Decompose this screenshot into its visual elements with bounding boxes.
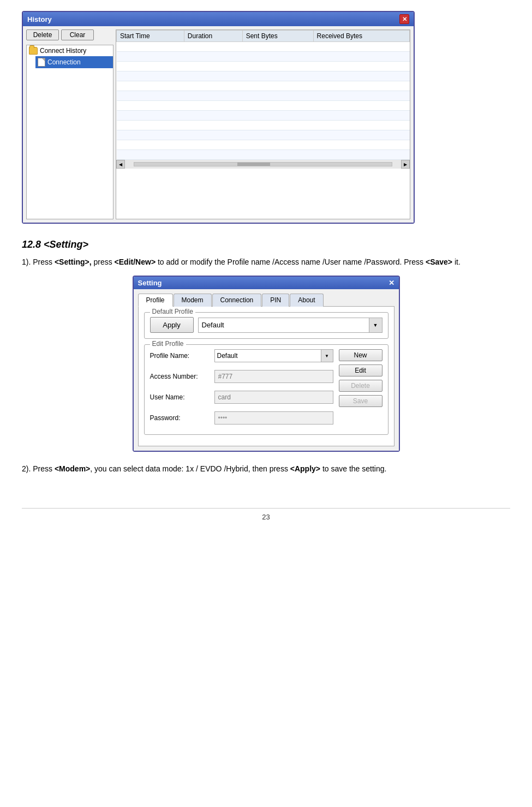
profile-name-dropdown-btn[interactable]: ▼	[321, 349, 333, 362]
history-title: History	[27, 15, 52, 23]
tab-content-profile: Default Profile Apply ▼ Edit Profile	[138, 306, 394, 446]
paragraph-1: 1). Press <Setting>, press <Edit/New> to…	[22, 256, 510, 268]
profile-name-select-wrap: ▼	[214, 349, 333, 362]
save-button[interactable]: Save	[339, 395, 382, 407]
tree-section: Delete Clear Connect History Connection	[26, 29, 113, 219]
password-row: Password:	[150, 411, 333, 425]
default-profile-group: Default Profile Apply ▼	[144, 312, 388, 339]
table-row	[117, 111, 410, 121]
edit-profile-right: New Edit Delete Save	[339, 349, 382, 429]
table-row	[117, 81, 410, 91]
table-row	[117, 42, 410, 52]
profile-delete-button[interactable]: Delete	[339, 380, 382, 392]
apply-button[interactable]: Apply	[150, 317, 194, 333]
table-row	[117, 121, 410, 130]
tree-item-connection[interactable]: Connection	[35, 56, 113, 68]
delete-button[interactable]: Delete	[26, 29, 59, 40]
history-titlebar: History ✕	[23, 12, 414, 26]
edit-button[interactable]: Edit	[339, 364, 382, 376]
table-row	[117, 62, 410, 71]
edit-profile-group: Edit Profile Profile Name: ▼	[144, 344, 388, 435]
scroll-left-arrow[interactable]: ◀	[116, 160, 125, 169]
setting-title: Setting	[138, 279, 162, 287]
para1-bold3: <Save>	[426, 258, 452, 266]
username-row: User Name:	[150, 391, 333, 404]
username-input[interactable]	[214, 391, 333, 404]
access-number-label: Access Number:	[150, 373, 210, 380]
setting-body: Profile Modem Connection PIN About Defau…	[134, 289, 399, 451]
history-window-body: Delete Clear Connect History Connection	[23, 26, 414, 223]
default-profile-label: Default Profile	[150, 308, 195, 315]
new-button[interactable]: New	[339, 349, 382, 361]
para2-pre: 2). Press	[22, 464, 55, 473]
access-number-input[interactable]	[214, 370, 333, 383]
para2-mid: , you can select data mode: 1x / EVDO /H…	[90, 464, 290, 473]
edit-profile-left: Profile Name: ▼ Access Number:	[150, 349, 333, 429]
tree-item-connect-history[interactable]: Connect History	[27, 45, 113, 56]
tree-item-connection-label: Connection	[47, 58, 81, 66]
setting-titlebar: Setting ✕	[134, 277, 399, 289]
scrollbar-thumb[interactable]	[237, 163, 270, 166]
table-row	[117, 140, 410, 150]
doc-icon	[38, 58, 45, 67]
profile-name-row: Profile Name: ▼	[150, 349, 333, 362]
para2-bold1: <Modem>	[55, 464, 90, 473]
password-input[interactable]	[214, 411, 333, 425]
default-select-wrap: ▼	[198, 318, 382, 333]
tab-about[interactable]: About	[290, 294, 323, 307]
default-profile-row: Apply ▼	[150, 317, 382, 333]
para1-post: to add or modify the Profile name /Acces…	[156, 258, 426, 266]
para1-mid: press	[92, 258, 115, 266]
tree-item-connect-history-label: Connect History	[40, 47, 86, 55]
username-label: User Name:	[150, 393, 210, 401]
history-table: Start Time Duration Sent Bytes Received …	[116, 30, 410, 160]
para2-bold2: <Apply>	[290, 464, 320, 473]
password-label: Password:	[150, 414, 210, 422]
table-row	[117, 150, 410, 160]
profile-name-input[interactable]	[214, 349, 321, 362]
history-window-container: History ✕ Delete Clear Connect History	[22, 11, 510, 224]
setting-close-button[interactable]: ✕	[388, 279, 394, 287]
page-number: 23	[262, 513, 270, 521]
folder-icon	[29, 47, 38, 55]
table-panel: Start Time Duration Sent Bytes Received …	[116, 29, 410, 219]
table-row	[117, 52, 410, 62]
page-footer: 23	[22, 508, 510, 521]
col-duration: Duration	[184, 31, 242, 42]
scroll-right-arrow[interactable]: ▶	[401, 160, 410, 169]
section-heading: 12.8 <Setting>	[22, 239, 510, 250]
default-profile-select[interactable]	[198, 318, 369, 333]
col-sent-bytes: Sent Bytes	[242, 31, 313, 42]
tree-toolbar: Delete Clear	[26, 29, 113, 40]
col-start-time: Start Time	[117, 31, 184, 42]
tab-modem[interactable]: Modem	[174, 294, 212, 307]
col-received-bytes: Received Bytes	[313, 31, 409, 42]
horizontal-scrollbar[interactable]: ◀ ▶	[116, 160, 410, 169]
edit-profile-label: Edit Profile	[150, 340, 186, 348]
tab-connection[interactable]: Connection	[212, 294, 262, 307]
para1-bold2: <Edit/New>	[115, 258, 156, 266]
tree-panel: Connect History Connection	[26, 45, 113, 219]
tab-pin[interactable]: PIN	[262, 294, 289, 307]
table-row	[117, 101, 410, 111]
para1-end: it.	[452, 258, 461, 266]
access-number-row: Access Number:	[150, 370, 333, 383]
clear-button[interactable]: Clear	[61, 29, 94, 40]
default-dropdown-btn[interactable]: ▼	[369, 318, 382, 333]
setting-window-container: Setting ✕ Profile Modem Connection PIN A…	[22, 276, 510, 452]
para2-end: to save the setting.	[320, 464, 386, 473]
history-layout: Delete Clear Connect History Connection	[26, 29, 410, 219]
para1-pre: 1). Press	[22, 258, 55, 266]
paragraph-2: 2). Press <Modem>, you can select data m…	[22, 463, 510, 475]
table-row	[117, 71, 410, 81]
history-window: History ✕ Delete Clear Connect History	[22, 11, 415, 224]
history-close-button[interactable]: ✕	[399, 14, 409, 24]
scrollbar-track[interactable]	[134, 162, 392, 166]
tab-profile[interactable]: Profile	[138, 294, 173, 307]
section-12-8: 12.8 <Setting> 1). Press <Setting>, pres…	[22, 239, 510, 268]
table-row	[117, 130, 410, 140]
edit-profile-grid: Profile Name: ▼ Access Number:	[150, 349, 382, 429]
profile-name-label: Profile Name:	[150, 352, 210, 360]
setting-window: Setting ✕ Profile Modem Connection PIN A…	[133, 276, 400, 452]
table-row	[117, 91, 410, 101]
